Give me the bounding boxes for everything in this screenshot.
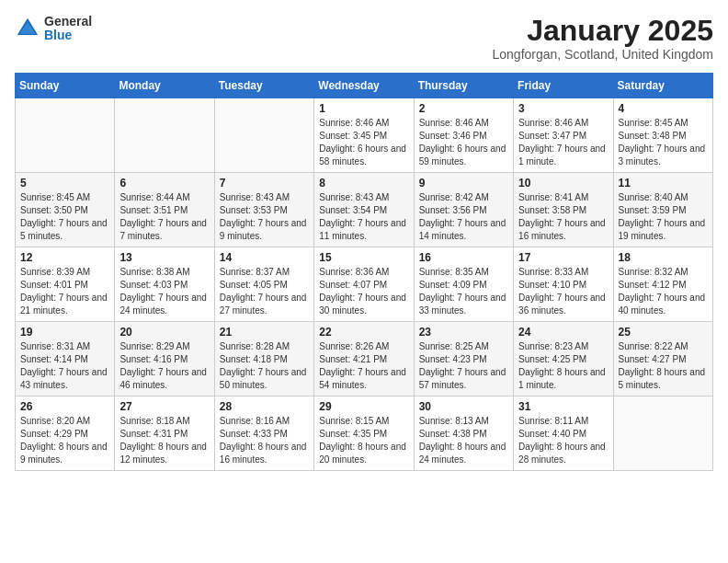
day-cell: 17Sunrise: 8:33 AMSunset: 4:10 PMDayligh… <box>514 247 613 322</box>
day-number: 17 <box>518 251 608 264</box>
day-cell: 8Sunrise: 8:43 AMSunset: 3:54 PMDaylight… <box>314 173 414 247</box>
day-info: Sunrise: 8:29 AMSunset: 4:16 PMDaylight:… <box>119 340 209 392</box>
day-cell: 23Sunrise: 8:25 AMSunset: 4:23 PMDayligh… <box>414 322 513 396</box>
day-number: 24 <box>518 326 608 339</box>
day-number: 16 <box>419 251 508 264</box>
day-info: Sunrise: 8:15 AMSunset: 4:35 PMDaylight:… <box>319 415 408 466</box>
day-info: Sunrise: 8:36 AMSunset: 4:07 PMDaylight:… <box>319 266 408 317</box>
day-cell: 2Sunrise: 8:46 AMSunset: 3:46 PMDaylight… <box>414 98 513 173</box>
day-cell: 22Sunrise: 8:26 AMSunset: 4:21 PMDayligh… <box>314 322 414 396</box>
day-cell <box>115 98 214 173</box>
day-cell: 6Sunrise: 8:44 AMSunset: 3:51 PMDaylight… <box>115 173 214 247</box>
day-cell: 7Sunrise: 8:43 AMSunset: 3:53 PMDaylight… <box>214 173 313 247</box>
page-header: General Blue January 2025 Longforgan, Sc… <box>15 15 713 62</box>
day-number: 5 <box>20 177 109 190</box>
day-number: 1 <box>319 102 408 115</box>
day-number: 13 <box>119 251 209 264</box>
day-number: 30 <box>419 400 508 413</box>
day-number: 8 <box>319 177 408 190</box>
location: Longforgan, Scotland, United Kingdom <box>493 47 714 62</box>
day-number: 3 <box>518 102 608 115</box>
day-info: Sunrise: 8:22 AMSunset: 4:27 PMDaylight:… <box>619 340 708 392</box>
day-number: 31 <box>518 400 608 413</box>
day-number: 6 <box>119 177 209 190</box>
day-info: Sunrise: 8:35 AMSunset: 4:09 PMDaylight:… <box>419 266 508 317</box>
day-number: 9 <box>419 177 508 190</box>
day-number: 23 <box>419 326 508 339</box>
day-cell: 5Sunrise: 8:45 AMSunset: 3:50 PMDaylight… <box>16 173 115 247</box>
logo-blue: Blue <box>44 29 92 42</box>
logo-text: General Blue <box>44 15 92 43</box>
month-title: January 2025 <box>493 15 714 47</box>
day-info: Sunrise: 8:16 AMSunset: 4:33 PMDaylight:… <box>220 415 309 466</box>
day-info: Sunrise: 8:32 AMSunset: 4:12 PMDaylight:… <box>619 266 708 317</box>
day-cell <box>613 396 712 471</box>
day-info: Sunrise: 8:18 AMSunset: 4:31 PMDaylight:… <box>119 415 209 466</box>
day-info: Sunrise: 8:45 AMSunset: 3:48 PMDaylight:… <box>619 117 708 168</box>
logo-general: General <box>44 15 92 29</box>
day-cell: 9Sunrise: 8:42 AMSunset: 3:56 PMDaylight… <box>414 173 513 247</box>
day-cell: 25Sunrise: 8:22 AMSunset: 4:27 PMDayligh… <box>613 322 712 396</box>
day-info: Sunrise: 8:41 AMSunset: 3:58 PMDaylight:… <box>518 191 608 243</box>
day-number: 11 <box>619 177 708 190</box>
day-cell: 26Sunrise: 8:20 AMSunset: 4:29 PMDayligh… <box>16 396 115 471</box>
week-row-4: 19Sunrise: 8:31 AMSunset: 4:14 PMDayligh… <box>16 322 713 396</box>
day-cell: 10Sunrise: 8:41 AMSunset: 3:58 PMDayligh… <box>514 173 613 247</box>
day-cell: 18Sunrise: 8:32 AMSunset: 4:12 PMDayligh… <box>613 247 712 322</box>
day-cell <box>214 98 313 173</box>
day-info: Sunrise: 8:33 AMSunset: 4:10 PMDaylight:… <box>518 266 608 317</box>
day-number: 26 <box>20 400 109 413</box>
day-info: Sunrise: 8:46 AMSunset: 3:47 PMDaylight:… <box>518 117 608 168</box>
header-saturday: Saturday <box>613 74 712 98</box>
day-number: 29 <box>319 400 408 413</box>
day-cell: 27Sunrise: 8:18 AMSunset: 4:31 PMDayligh… <box>115 396 214 471</box>
day-info: Sunrise: 8:46 AMSunset: 3:45 PMDaylight:… <box>319 117 408 168</box>
day-cell: 12Sunrise: 8:39 AMSunset: 4:01 PMDayligh… <box>16 247 115 322</box>
day-cell: 24Sunrise: 8:23 AMSunset: 4:25 PMDayligh… <box>514 322 613 396</box>
day-cell: 11Sunrise: 8:40 AMSunset: 3:59 PMDayligh… <box>613 173 712 247</box>
header-friday: Friday <box>514 74 613 98</box>
day-cell: 31Sunrise: 8:11 AMSunset: 4:40 PMDayligh… <box>514 396 613 471</box>
day-number: 14 <box>220 251 309 264</box>
calendar-header-row: SundayMondayTuesdayWednesdayThursdayFrid… <box>16 74 713 98</box>
week-row-1: 1Sunrise: 8:46 AMSunset: 3:45 PMDaylight… <box>16 98 713 173</box>
day-number: 20 <box>119 326 209 339</box>
title-block: January 2025 Longforgan, Scotland, Unite… <box>493 15 714 62</box>
day-info: Sunrise: 8:25 AMSunset: 4:23 PMDaylight:… <box>419 340 508 392</box>
day-number: 27 <box>119 400 209 413</box>
header-thursday: Thursday <box>414 74 513 98</box>
day-cell: 1Sunrise: 8:46 AMSunset: 3:45 PMDaylight… <box>314 98 414 173</box>
logo: General Blue <box>15 15 92 43</box>
day-cell: 14Sunrise: 8:37 AMSunset: 4:05 PMDayligh… <box>214 247 313 322</box>
day-cell: 19Sunrise: 8:31 AMSunset: 4:14 PMDayligh… <box>16 322 115 396</box>
day-cell: 4Sunrise: 8:45 AMSunset: 3:48 PMDaylight… <box>613 98 712 173</box>
day-cell: 30Sunrise: 8:13 AMSunset: 4:38 PMDayligh… <box>414 396 513 471</box>
day-info: Sunrise: 8:23 AMSunset: 4:25 PMDaylight:… <box>518 340 608 392</box>
day-number: 4 <box>619 102 708 115</box>
day-info: Sunrise: 8:43 AMSunset: 3:53 PMDaylight:… <box>220 191 309 243</box>
day-info: Sunrise: 8:37 AMSunset: 4:05 PMDaylight:… <box>220 266 309 317</box>
day-info: Sunrise: 8:26 AMSunset: 4:21 PMDaylight:… <box>319 340 408 392</box>
header-sunday: Sunday <box>16 74 115 98</box>
day-info: Sunrise: 8:46 AMSunset: 3:46 PMDaylight:… <box>419 117 508 168</box>
day-info: Sunrise: 8:20 AMSunset: 4:29 PMDaylight:… <box>20 415 109 466</box>
header-tuesday: Tuesday <box>214 74 313 98</box>
day-cell: 29Sunrise: 8:15 AMSunset: 4:35 PMDayligh… <box>314 396 414 471</box>
header-wednesday: Wednesday <box>314 74 414 98</box>
logo-icon <box>15 16 40 41</box>
day-info: Sunrise: 8:11 AMSunset: 4:40 PMDaylight:… <box>518 415 608 466</box>
day-info: Sunrise: 8:31 AMSunset: 4:14 PMDaylight:… <box>20 340 109 392</box>
calendar-table: SundayMondayTuesdayWednesdayThursdayFrid… <box>15 73 713 471</box>
day-number: 25 <box>619 326 708 339</box>
day-info: Sunrise: 8:13 AMSunset: 4:38 PMDaylight:… <box>419 415 508 466</box>
day-number: 28 <box>220 400 309 413</box>
day-number: 7 <box>220 177 309 190</box>
day-number: 2 <box>419 102 508 115</box>
day-number: 22 <box>319 326 408 339</box>
day-info: Sunrise: 8:28 AMSunset: 4:18 PMDaylight:… <box>220 340 309 392</box>
day-number: 21 <box>220 326 309 339</box>
day-cell: 20Sunrise: 8:29 AMSunset: 4:16 PMDayligh… <box>115 322 214 396</box>
day-cell: 16Sunrise: 8:35 AMSunset: 4:09 PMDayligh… <box>414 247 513 322</box>
day-number: 12 <box>20 251 109 264</box>
week-row-5: 26Sunrise: 8:20 AMSunset: 4:29 PMDayligh… <box>16 396 713 471</box>
